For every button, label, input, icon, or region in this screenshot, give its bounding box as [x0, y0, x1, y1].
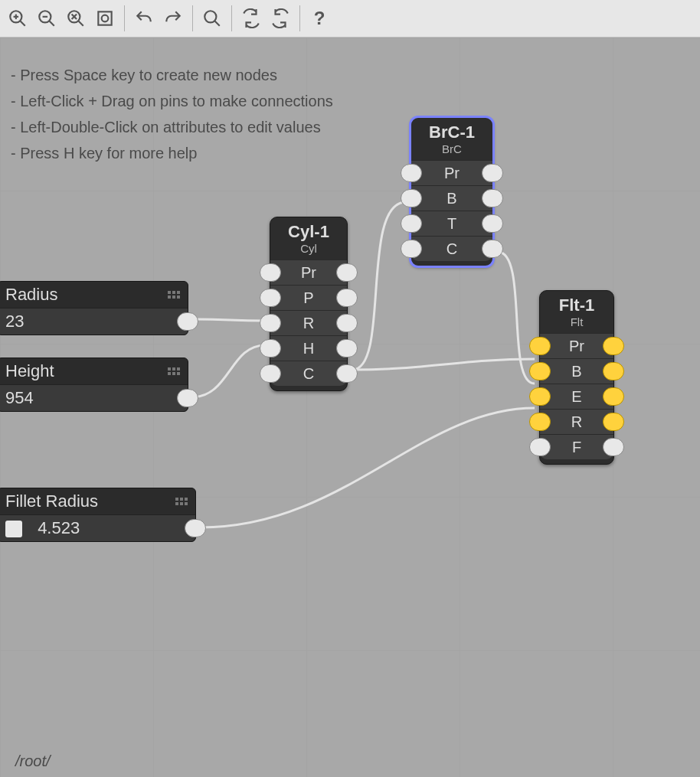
param-height-label: Height: [5, 361, 54, 381]
param-fillet[interactable]: Fillet Radius 4.523: [0, 488, 196, 542]
svg-line-1: [20, 21, 25, 26]
param-fillet-out-pin[interactable]: [185, 519, 206, 537]
node-brc-row-t[interactable]: T: [411, 211, 492, 236]
pin-out[interactable]: [336, 263, 358, 282]
slider-knob-icon[interactable]: [5, 521, 22, 537]
pin-out[interactable]: [603, 387, 624, 406]
pin-in[interactable]: [529, 337, 551, 355]
refresh-up-icon[interactable]: [267, 5, 293, 31]
param-radius-value[interactable]: 23: [0, 308, 188, 335]
node-cyl-subtitle: Cyl: [270, 242, 347, 260]
node-flt-row-pr[interactable]: Pr: [540, 333, 613, 358]
zoom-out-icon[interactable]: [34, 5, 60, 31]
pin-out[interactable]: [482, 214, 503, 233]
pin-out[interactable]: [603, 413, 624, 431]
node-flt-title: Flt-1: [540, 291, 613, 315]
node-cyl-row-pr[interactable]: Pr: [270, 260, 347, 285]
svg-line-5: [49, 21, 54, 26]
zoom-reset-icon[interactable]: [63, 5, 89, 31]
node-cyl-row-p[interactable]: P: [270, 285, 347, 310]
drag-grip-icon[interactable]: [168, 367, 180, 375]
pin-in[interactable]: [401, 189, 422, 207]
pin-in[interactable]: [401, 214, 422, 233]
param-fillet-label: Fillet Radius: [5, 491, 98, 511]
node-canvas[interactable]: Press Space key to create new nodes Left…: [0, 38, 700, 777]
node-cyl-row-r[interactable]: R: [270, 310, 347, 335]
pin-in[interactable]: [529, 438, 551, 456]
svg-rect-11: [98, 11, 111, 24]
pin-out[interactable]: [336, 289, 358, 307]
pin-in[interactable]: [260, 314, 281, 332]
pin-out[interactable]: [336, 364, 358, 383]
node-flt-row-r[interactable]: R: [540, 409, 613, 434]
node-brc[interactable]: BrC-1 BrC Pr B T C: [411, 117, 493, 266]
param-height-value[interactable]: 954: [0, 384, 188, 411]
pin-out[interactable]: [482, 240, 503, 258]
node-cyl-title: Cyl-1: [270, 217, 347, 242]
pin-in[interactable]: [401, 164, 422, 182]
toolbar: ?: [0, 0, 700, 38]
pin-in[interactable]: [260, 263, 281, 282]
zoom-in-icon[interactable]: [5, 5, 31, 31]
path-label: /root/: [15, 753, 51, 770]
param-radius[interactable]: Radius 23: [0, 281, 188, 335]
param-height-out-pin[interactable]: [177, 389, 198, 407]
param-radius-label: Radius: [5, 285, 57, 305]
node-flt[interactable]: Flt-1 Flt Pr B E R F: [539, 290, 614, 465]
redo-icon[interactable]: [160, 5, 186, 31]
svg-line-14: [214, 21, 220, 26]
pin-in[interactable]: [260, 289, 281, 307]
pin-out[interactable]: [482, 164, 503, 182]
pin-out[interactable]: [603, 337, 624, 355]
pin-in[interactable]: [401, 240, 422, 258]
node-brc-row-c[interactable]: C: [411, 236, 492, 261]
help-icon[interactable]: ?: [306, 5, 332, 31]
node-flt-subtitle: Flt: [540, 315, 613, 333]
param-height[interactable]: Height 954: [0, 357, 188, 412]
node-flt-row-b[interactable]: B: [540, 358, 613, 384]
node-flt-row-f[interactable]: F: [540, 434, 613, 459]
node-cyl-row-c[interactable]: C: [270, 361, 347, 386]
drag-grip-icon[interactable]: [168, 291, 180, 299]
svg-point-13: [204, 11, 216, 22]
pin-out[interactable]: [603, 438, 624, 456]
pin-out[interactable]: [336, 314, 358, 332]
node-cyl[interactable]: Cyl-1 Cyl Pr P R H C: [270, 217, 348, 391]
drag-grip-icon[interactable]: [175, 498, 188, 505]
node-brc-title: BrC-1: [411, 118, 492, 142]
node-brc-row-pr[interactable]: Pr: [411, 160, 492, 185]
node-brc-subtitle: BrC: [411, 142, 492, 160]
node-cyl-row-h[interactable]: H: [270, 335, 347, 361]
search-icon[interactable]: [199, 5, 225, 31]
svg-line-8: [78, 21, 83, 26]
node-brc-row-b[interactable]: B: [411, 185, 492, 211]
pin-out[interactable]: [603, 362, 624, 380]
param-fillet-value[interactable]: 4.523: [0, 514, 195, 541]
pin-out[interactable]: [482, 189, 503, 207]
pin-in[interactable]: [529, 362, 551, 380]
pin-in[interactable]: [260, 339, 281, 357]
help-text: Press Space key to create new nodes Left…: [11, 62, 333, 166]
refresh-down-icon[interactable]: [238, 5, 264, 31]
undo-icon[interactable]: [131, 5, 157, 31]
zoom-fit-icon[interactable]: [92, 5, 118, 31]
node-flt-row-e[interactable]: E: [540, 384, 613, 409]
pin-in[interactable]: [260, 364, 281, 383]
pin-in[interactable]: [529, 413, 551, 431]
param-radius-out-pin[interactable]: [177, 312, 198, 331]
svg-point-12: [102, 15, 109, 22]
pin-in[interactable]: [529, 387, 551, 406]
pin-out[interactable]: [336, 339, 358, 357]
